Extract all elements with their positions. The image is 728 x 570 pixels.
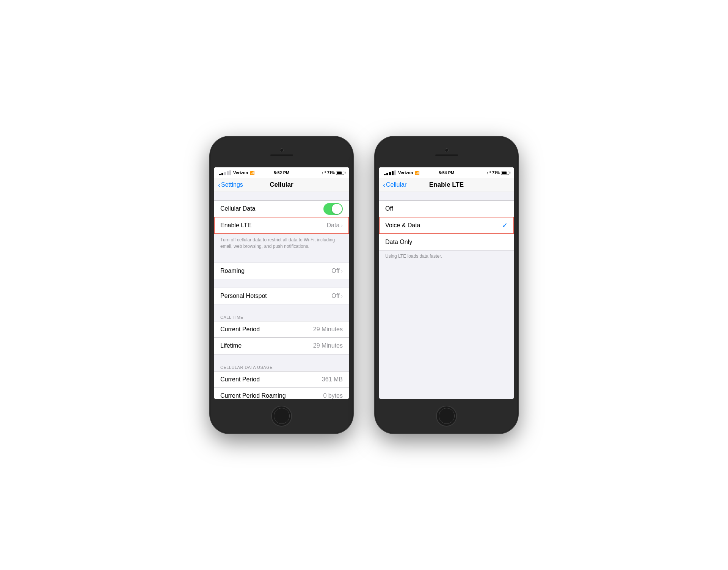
enable-lte-value: Data › <box>327 222 343 229</box>
roaming-value: Off › <box>331 268 343 274</box>
phone-1-top <box>210 137 353 167</box>
roaming-chevron: › <box>341 268 343 274</box>
roaming-value-text: Off <box>331 268 339 274</box>
battery-bar-2 <box>501 171 509 175</box>
back-label-2[interactable]: Cellular <box>386 181 406 188</box>
enable-lte-row[interactable]: Enable LTE Data › <box>214 217 349 234</box>
bluetooth-icon-1: * <box>325 171 326 175</box>
signal-strength-1 <box>219 170 231 175</box>
section-gap-roaming <box>214 254 349 263</box>
section-gap-top-1 <box>214 192 349 200</box>
lte-off-row[interactable]: Off <box>379 200 514 217</box>
battery-bar-1 <box>336 171 344 175</box>
call-time-header: Call Time <box>214 313 349 321</box>
status-left-2: Verizon 📶 <box>384 170 419 175</box>
location-icon-2: ↑ <box>486 171 488 175</box>
lte-voice-data-label: Voice & Data <box>385 222 420 229</box>
back-label-1[interactable]: Settings <box>221 181 243 188</box>
wifi-icon-1: 📶 <box>250 171 254 175</box>
data-current-period-value: 361 MB <box>322 376 343 383</box>
time-1: 5:52 PM <box>274 170 290 175</box>
phone-2-screen: Verizon 📶 5:54 PM ↑ * 71% ‹ Cellular Ena… <box>379 167 514 399</box>
front-camera <box>280 148 284 152</box>
battery-fill-2 <box>502 172 507 174</box>
lte-voice-data-row[interactable]: Voice & Data ✓ <box>379 217 514 234</box>
section-gap-datausage <box>214 354 349 363</box>
data-current-period-label: Current Period <box>220 376 260 383</box>
page-title-1: Cellular <box>270 181 293 189</box>
home-button-inner-2 <box>439 408 455 424</box>
section-gap-calltime <box>214 304 349 313</box>
phone-1-screen: Verizon 📶 5:52 PM ↑ * 71% ‹ Settings Cel… <box>214 167 349 399</box>
phone-1-bottom <box>210 399 353 433</box>
time-2: 5:54 PM <box>439 170 455 175</box>
back-chevron-2: ‹ <box>383 181 385 188</box>
roaming-data-row: Current Period Roaming 0 bytes <box>214 388 349 399</box>
settings-content-2: Off Voice & Data ✓ Data Only Using LTE l… <box>379 192 514 399</box>
status-bar-2: Verizon 📶 5:54 PM ↑ * 71% <box>379 167 514 178</box>
wifi-icon-2: 📶 <box>415 171 419 175</box>
earpiece-speaker-2 <box>435 154 458 156</box>
bluetooth-icon-2: * <box>490 171 491 175</box>
status-right-2: ↑ * 71% <box>486 171 509 175</box>
cellular-data-label: Cellular Data <box>220 205 255 212</box>
enable-lte-value-text: Data <box>327 222 340 229</box>
lifetime-value: 29 Minutes <box>313 342 343 349</box>
nav-bar-1: ‹ Settings Cellular <box>214 178 349 192</box>
roaming-data-label: Current Period Roaming <box>220 392 286 399</box>
roaming-label: Roaming <box>220 268 245 274</box>
signal-strength-2 <box>384 170 396 175</box>
data-usage-header: Cellular Data Usage <box>214 363 349 371</box>
battery-percent-1: 71% <box>327 171 335 175</box>
status-bar-1: Verizon 📶 5:52 PM ↑ * 71% <box>214 167 349 178</box>
cellular-data-row[interactable]: Cellular Data <box>214 200 349 217</box>
lte-off-label: Off <box>385 205 393 212</box>
section-gap-hotspot <box>214 279 349 288</box>
page-title-2: Enable LTE <box>429 181 464 189</box>
earpiece-speaker <box>270 154 293 156</box>
checkmark-icon: ✓ <box>502 221 508 230</box>
phone-2-top <box>375 137 518 167</box>
carrier-2: Verizon <box>398 170 413 175</box>
home-button-2[interactable] <box>436 406 457 427</box>
call-current-period-value: 29 Minutes <box>313 326 343 333</box>
personal-hotspot-row[interactable]: Personal Hotspot Off › <box>214 288 349 304</box>
cellular-description: Turn off cellular data to restrict all d… <box>214 234 349 254</box>
lte-description: Using LTE loads data faster. <box>379 250 514 263</box>
phone-2: Verizon 📶 5:54 PM ↑ * 71% ‹ Cellular Ena… <box>375 137 518 433</box>
lte-data-only-label: Data Only <box>385 239 412 246</box>
battery-percent-2: 71% <box>492 171 500 175</box>
toggle-knob <box>332 204 342 214</box>
carrier-1: Verizon <box>233 170 248 175</box>
section-gap-top-2 <box>379 192 514 200</box>
lte-data-only-row[interactable]: Data Only <box>379 234 514 250</box>
personal-hotspot-chevron: › <box>341 293 343 299</box>
location-icon-1: ↑ <box>322 171 323 175</box>
personal-hotspot-value-text: Off <box>331 293 339 299</box>
nav-bar-2: ‹ Cellular Enable LTE <box>379 178 514 192</box>
status-right-1: ↑ * 71% <box>322 171 344 175</box>
back-chevron-1: ‹ <box>218 181 220 188</box>
call-current-period-row: Current Period 29 Minutes <box>214 321 349 338</box>
back-button-1[interactable]: ‹ Settings <box>218 181 243 188</box>
phone-2-bottom <box>375 399 518 433</box>
roaming-data-value: 0 bytes <box>323 392 343 399</box>
enable-lte-chevron: › <box>341 222 343 228</box>
roaming-row[interactable]: Roaming Off › <box>214 263 349 279</box>
back-button-2[interactable]: ‹ Cellular <box>383 181 406 188</box>
battery-fill-1 <box>337 172 342 174</box>
settings-content-1: Cellular Data Enable LTE Data › Turn off… <box>214 192 349 399</box>
phone-1: Verizon 📶 5:52 PM ↑ * 71% ‹ Settings Cel… <box>210 137 353 433</box>
home-button-inner-1 <box>274 408 290 424</box>
call-current-period-label: Current Period <box>220 326 260 333</box>
home-button-1[interactable] <box>271 406 292 427</box>
status-left-1: Verizon 📶 <box>219 170 254 175</box>
personal-hotspot-label: Personal Hotspot <box>220 293 267 299</box>
personal-hotspot-value: Off › <box>331 293 343 299</box>
cellular-data-toggle[interactable] <box>323 203 343 215</box>
data-current-period-row: Current Period 361 MB <box>214 371 349 388</box>
front-camera-2 <box>445 148 449 152</box>
enable-lte-label: Enable LTE <box>220 222 251 229</box>
lifetime-label: Lifetime <box>220 342 242 349</box>
lifetime-row: Lifetime 29 Minutes <box>214 338 349 354</box>
